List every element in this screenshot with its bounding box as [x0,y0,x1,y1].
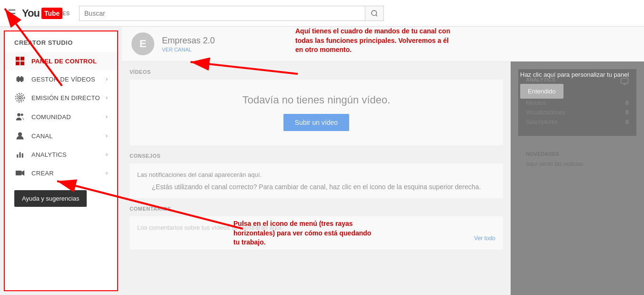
channel-name: Empresas 2.0 [162,36,215,46]
sidebar-item-panel[interactable]: PANEL DE CONTROL [5,52,117,70]
main-layout: CREATOR STUDIO PANEL DE CONTROL [0,27,644,295]
svg-line-1 [376,15,377,16]
search-input[interactable] [79,6,365,21]
svg-rect-3 [17,76,18,77]
comments-label: COMENTARIOS [130,206,503,212]
header: ☰ You Tube ES [0,0,644,27]
sidebar-item-crear[interactable]: CREAR › [5,163,117,183]
search-icon [371,10,378,17]
sidebar-item-analytics[interactable]: ANALYTICS › [5,145,117,163]
videos-section-label: VÍDEOS [130,69,503,75]
comunidad-label: COMUNIDAD [31,113,106,121]
youtube-tube: Tube [41,8,62,19]
youtube-logo[interactable]: You Tube ES [22,7,70,20]
emision-label: EMISIÓN EN DIRECTO [31,94,106,102]
svg-rect-6 [22,81,23,82]
canal-question: ¿Estás utilizando el canal correcto? Par… [137,183,495,191]
menu-icon[interactable]: ☰ [8,8,16,19]
canal-chevron: › [106,132,108,139]
analytics-chevron: › [106,151,108,158]
no-videos-panel: Todavía no tienes ningún vídeo. Subir un… [130,80,503,145]
camera-icon [14,168,26,178]
svg-point-12 [17,113,20,117]
sidebar-item-gestor[interactable]: GESTOR DE VÍDEOS › [5,70,117,88]
content-left: VÍDEOS Todavía no tienes ningún vídeo. S… [122,61,511,295]
channel-info: Empresas 2.0 VER CANAL [162,36,215,52]
film-icon [14,75,26,83]
svg-rect-5 [17,81,18,82]
radio-icon [14,93,26,102]
svg-marker-19 [21,170,24,176]
sidebar-item-comunidad[interactable]: COMUNIDAD › [5,107,117,126]
channel-avatar: E [131,32,154,55]
tips-panel: Las notificaciones del canal aparecerán … [130,163,503,198]
comment-text: Los comentarios sobre tus vídeos se most… [137,224,495,231]
customize-text: Haz clic aquí para personalizar tu panel [520,71,634,78]
svg-rect-17 [22,153,23,158]
entendido-button[interactable]: Entendido [520,84,564,99]
search-button[interactable] [365,6,384,21]
gestor-label: GESTOR DE VÍDEOS [31,76,106,83]
comunidad-chevron: › [106,113,108,120]
sidebar: CREATOR STUDIO PANEL DE CONTROL [4,31,118,291]
bar-chart-icon [14,150,26,159]
analytics-label: ANALYTICS [31,151,106,158]
svg-point-9 [19,97,21,99]
svg-rect-18 [16,171,22,175]
svg-point-0 [372,10,377,16]
channel-header: E Empresas 2.0 VER CANAL [122,27,644,61]
search-bar [79,6,384,21]
no-videos-text: Todavía no tienes ningún vídeo. [144,94,489,106]
panel-icon [14,57,26,65]
content-grid: VÍDEOS Todavía no tienes ningún vídeo. S… [122,61,644,295]
upload-button[interactable]: Subir un vídeo [283,114,349,131]
svg-point-14 [18,132,22,136]
svg-point-13 [21,113,23,116]
sidebar-item-canal[interactable]: CANAL › [5,126,117,145]
panel-label: PANEL DE CONTROL [31,58,108,65]
youtube-text: You [22,7,40,20]
main-content: E Empresas 2.0 VER CANAL VÍDEOS Todavía … [122,27,644,295]
svg-point-10 [17,95,23,101]
people-icon [14,112,26,122]
person-icon [14,131,26,141]
sidebar-item-emision[interactable]: EMISIÓN EN DIRECTO › [5,88,117,107]
crear-label: CREAR [31,170,106,177]
svg-rect-8 [20,81,21,82]
svg-rect-16 [20,153,21,158]
ver-canal-link[interactable]: VER CANAL [162,47,215,52]
sidebar-title: CREATOR STUDIO [5,31,117,52]
svg-rect-4 [22,76,23,77]
svg-rect-15 [17,154,18,158]
customize-overlay: Haz clic aquí para personalizar tu panel… [511,61,644,295]
tip-text: Las notificaciones del canal aparecerán … [137,171,495,178]
svg-rect-7 [20,76,21,77]
youtube-lang: ES [62,10,70,16]
canal-label: CANAL [31,132,106,140]
help-button[interactable]: Ayuda y sugerencias [14,190,87,207]
tips-label: CONSEJOS [130,153,503,159]
crear-chevron: › [106,170,108,176]
right-panel: ANALYTICS Últimos 28 días Minutos 0 Visu… [511,61,644,295]
comments-panel: Los comentarios sobre tus vídeos se most… [130,216,503,249]
ver-todo-link[interactable]: Ver todo [137,235,495,242]
emision-chevron: › [106,94,108,101]
gestor-chevron: › [106,76,108,82]
